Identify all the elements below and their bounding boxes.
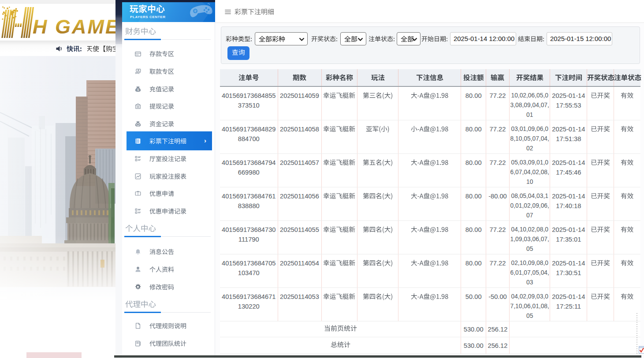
svg-text:H GAME: H GAME (33, 15, 115, 38)
svg-text:$: $ (137, 88, 139, 91)
